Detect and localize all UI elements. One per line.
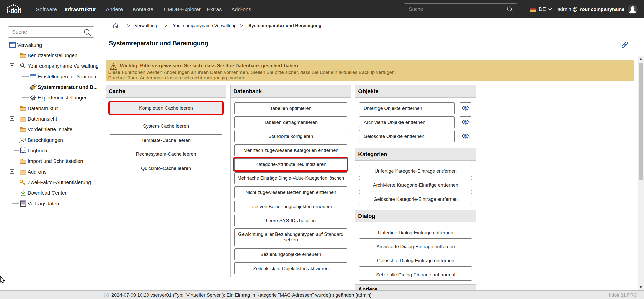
svg-text:i-doit: i-doit bbox=[7, 6, 21, 15]
